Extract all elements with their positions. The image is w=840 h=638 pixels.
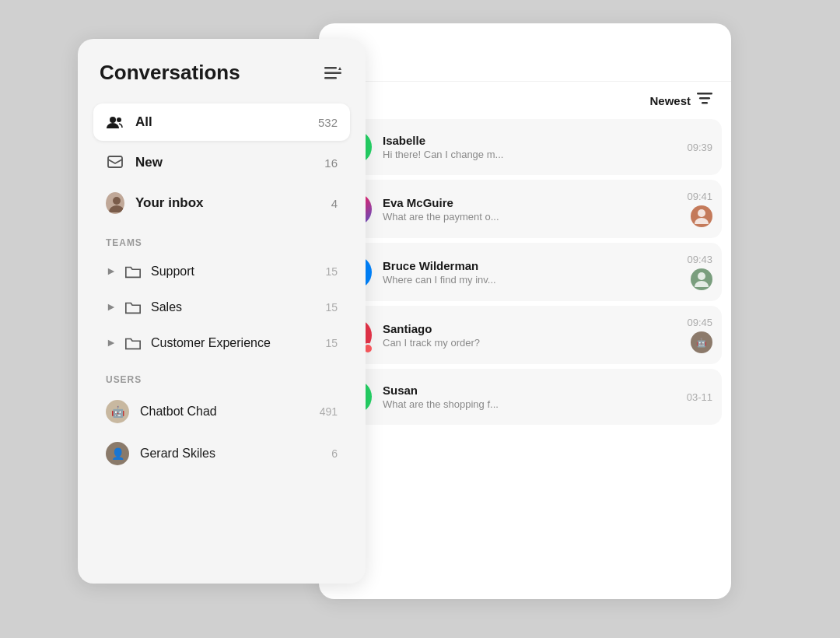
sidebar-title: Conversations: [100, 61, 240, 85]
svg-rect-12: [699, 97, 710, 100]
conversation-time: 09:45: [687, 317, 712, 328]
filter-row: Newest: [319, 82, 731, 119]
gerard-skiles-avatar: 👤: [106, 442, 129, 465]
svg-rect-6: [108, 156, 122, 167]
user-item-gerard-skiles[interactable]: 👤 Gerard Skiles 6: [93, 433, 350, 474]
user-chatbot-chad-label: Chatbot Chad: [140, 405, 320, 419]
svg-marker-8: [108, 268, 114, 275]
conversation-time: 09:41: [687, 191, 712, 202]
conversation-item[interactable]: Santiago Can I track my order? 09:45 🤖: [328, 306, 722, 364]
filter-label: Newest: [649, 94, 691, 107]
svg-rect-0: [324, 67, 337, 69]
svg-point-17: [698, 209, 705, 217]
conversation-item[interactable]: Susan What are the shopping f... 03-11: [328, 369, 722, 425]
users-section-label: USERS: [93, 362, 350, 391]
user-gerard-skiles-count: 6: [331, 447, 338, 460]
conversation-meta: 03-11: [687, 391, 712, 403]
conversation-meta: 09:45 🤖: [687, 317, 712, 353]
main-header: All: [319, 45, 731, 82]
conversation-name: Santiago: [383, 322, 687, 335]
conversation-info: Santiago Can I track my order?: [383, 322, 687, 349]
team-item-customer-experience[interactable]: Customer Experience 15: [93, 326, 350, 360]
nav-new-label: New: [135, 155, 324, 170]
nav-all-label: All: [135, 114, 318, 130]
conversation-preview: What are the shopping f...: [383, 398, 569, 410]
nav-new-count: 16: [324, 156, 338, 170]
sidebar-header: Conversations: [93, 61, 350, 85]
svg-rect-11: [697, 93, 712, 95]
nav-item-new[interactable]: New 16: [93, 144, 350, 181]
all-users-icon: [106, 113, 124, 131]
svg-marker-3: [338, 67, 341, 70]
conversation-item[interactable]: Bruce Wilderman Where can I find my inv.…: [328, 243, 722, 301]
team-item-sales[interactable]: Sales 15: [93, 290, 350, 324]
team-support-count: 15: [325, 265, 338, 278]
agent-avatar: [691, 205, 712, 227]
conversation-preview: Can I track my order?: [383, 337, 569, 349]
team-item-support[interactable]: Support 15: [93, 254, 350, 289]
conversation-name: Susan: [383, 384, 687, 397]
nav-item-inbox[interactable]: Your inbox 4: [93, 184, 350, 222]
nav-inbox-count: 4: [331, 197, 338, 210]
sidebar: Conversations All 53: [78, 39, 366, 584]
svg-rect-1: [324, 72, 341, 74]
teams-section-label: TEAMS: [93, 225, 350, 254]
conversation-item[interactable]: Eva McGuire What are the payment o... 09…: [328, 180, 722, 238]
nav-all-count: 532: [318, 116, 338, 129]
main-panel: All Newest Isabelle: [319, 23, 731, 599]
conversation-name: Eva McGuire: [383, 196, 687, 209]
conversation-preview: What are the payment o...: [383, 211, 569, 223]
agent-avatar: [691, 268, 712, 290]
svg-marker-10: [108, 340, 114, 346]
collapse-sidebar-button[interactable]: [322, 62, 344, 84]
team-sales-count: 15: [325, 301, 338, 314]
conversation-info: Bruce Wilderman Where can I find my inv.…: [383, 259, 687, 286]
user-item-chatbot-chad[interactable]: 🤖 Chatbot Chad 491: [93, 391, 350, 432]
team-cx-count: 15: [325, 337, 338, 349]
conversation-meta: 09:41: [687, 191, 712, 227]
conversation-time: 03-11: [687, 391, 712, 403]
conversation-info: Isabelle Hi there! Can I change m...: [383, 134, 687, 160]
chatbot-chad-avatar: 🤖: [106, 400, 129, 423]
nav-item-all[interactable]: All 532: [93, 103, 350, 141]
svg-point-5: [117, 117, 121, 122]
conversation-time: 09:43: [687, 254, 712, 265]
conversation-preview: Hi there! Can I change m...: [383, 149, 569, 160]
team-cx-label: Customer Experience: [151, 336, 325, 350]
svg-marker-9: [108, 304, 114, 310]
nav-inbox-label: Your inbox: [135, 195, 331, 211]
agent-avatar: 🤖: [691, 331, 712, 353]
svg-point-4: [110, 117, 116, 123]
svg-rect-13: [702, 102, 708, 104]
svg-point-7: [113, 197, 121, 205]
user-gerard-skiles-label: Gerard Skiles: [140, 447, 331, 461]
conversation-name: Bruce Wilderman: [383, 259, 687, 272]
svg-point-18: [698, 272, 705, 280]
conversation-list: Isabelle Hi there! Can I change m... 09:…: [319, 119, 731, 425]
inbox-avatar-icon: [106, 194, 124, 212]
conversation-preview: Where can I find my inv...: [383, 274, 569, 286]
conversation-meta: 09:43: [687, 254, 712, 290]
conversation-info: Eva McGuire What are the payment o...: [383, 196, 687, 223]
conversation-name: Isabelle: [383, 134, 687, 147]
new-icon: [106, 153, 124, 172]
conversation-item[interactable]: Isabelle Hi there! Can I change m... 09:…: [328, 119, 722, 175]
team-sales-label: Sales: [151, 300, 325, 314]
filter-icon[interactable]: [697, 93, 712, 108]
conversation-meta: 09:39: [687, 142, 712, 153]
team-support-label: Support: [151, 265, 325, 279]
conversation-info: Susan What are the shopping f...: [383, 384, 687, 410]
svg-rect-2: [324, 77, 337, 79]
conversation-time: 09:39: [687, 142, 712, 153]
user-chatbot-chad-count: 491: [320, 405, 338, 418]
